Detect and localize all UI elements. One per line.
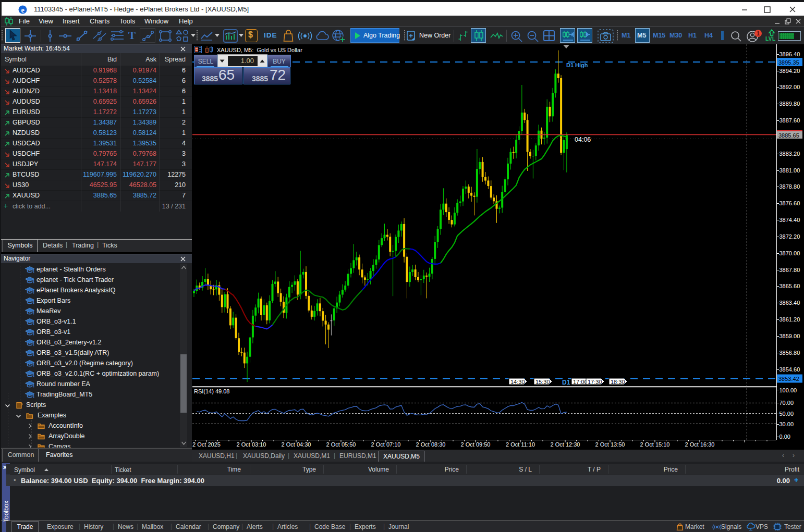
svg-text:3854.60: 3854.60 — [779, 366, 800, 373]
svg-text:2 Oct 15:10: 2 Oct 15:10 — [640, 441, 670, 448]
svg-text:3856.80: 3856.80 — [779, 350, 800, 356]
svg-text:15:30: 15:30 — [535, 379, 550, 385]
svg-text:2 Oct 04:30: 2 Oct 04:30 — [282, 441, 311, 448]
svg-text:2 Oct 09:50: 2 Oct 09:50 — [461, 441, 491, 448]
svg-text:2 Oct 2025: 2 Oct 2025 — [192, 441, 221, 448]
svg-text:3870.00: 3870.00 — [779, 250, 800, 256]
svg-text:3867.80: 3867.80 — [779, 267, 800, 273]
svg-text:3887.60: 3887.60 — [779, 117, 800, 123]
svg-text:2 Oct 12:30: 2 Oct 12:30 — [551, 441, 580, 448]
svg-text:17:00: 17:00 — [573, 379, 588, 385]
svg-text:3895.35: 3895.35 — [778, 59, 799, 66]
svg-text:3881.00: 3881.00 — [779, 167, 800, 174]
svg-text:3892.00: 3892.00 — [779, 84, 800, 90]
svg-text:3859.00: 3859.00 — [779, 333, 800, 339]
svg-text:0.00: 0.00 — [779, 434, 790, 440]
svg-text:17:30: 17:30 — [588, 379, 602, 385]
svg-text:3865.60: 3865.60 — [779, 283, 800, 289]
svg-text:30.00: 30.00 — [779, 421, 794, 427]
svg-text:2 Oct 07:10: 2 Oct 07:10 — [371, 441, 401, 448]
svg-text:2 Oct 03:10: 2 Oct 03:10 — [237, 441, 266, 448]
svg-text:3861.20: 3861.20 — [779, 316, 800, 323]
svg-text:04:06: 04:06 — [575, 136, 591, 143]
svg-text:70.00: 70.00 — [779, 400, 794, 406]
svg-text:3885.65: 3885.65 — [778, 132, 799, 139]
svg-text:18:30: 18:30 — [611, 379, 625, 385]
svg-text:D1 High: D1 High — [566, 62, 588, 68]
svg-text:50.00: 50.00 — [779, 411, 794, 417]
svg-text:3863.40: 3863.40 — [779, 300, 800, 306]
svg-text:3896.40: 3896.40 — [779, 51, 800, 57]
svg-text:2 Oct 11:10: 2 Oct 11:10 — [506, 441, 535, 448]
svg-text:3894.20: 3894.20 — [779, 68, 800, 74]
svg-text:14:30: 14:30 — [510, 379, 525, 385]
svg-text:3853.42: 3853.42 — [778, 376, 799, 382]
svg-text:3883.20: 3883.20 — [779, 151, 800, 157]
svg-text:3889.80: 3889.80 — [779, 101, 800, 107]
svg-text:100.00: 100.00 — [779, 387, 797, 393]
svg-text:2 Oct 08:30: 2 Oct 08:30 — [416, 441, 446, 448]
svg-text:2 Oct 13:50: 2 Oct 13:50 — [595, 441, 625, 448]
svg-text:3876.60: 3876.60 — [779, 200, 800, 206]
svg-text:3874.40: 3874.40 — [779, 217, 800, 223]
svg-text:2 Oct 05:50: 2 Oct 05:50 — [326, 441, 356, 448]
svg-text:3872.20: 3872.20 — [779, 233, 800, 240]
svg-text:2 Oct 16:30: 2 Oct 16:30 — [685, 441, 715, 448]
svg-text:3878.80: 3878.80 — [779, 183, 800, 190]
svg-text:RSI(14) 49.08: RSI(14) 49.08 — [194, 388, 229, 394]
